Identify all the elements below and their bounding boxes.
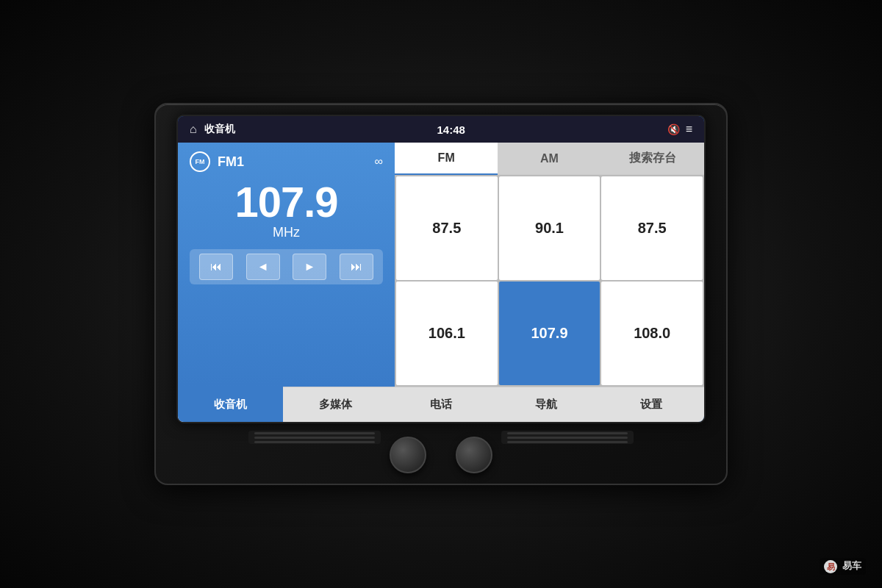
nav-nav[interactable]: 导航 (494, 387, 599, 422)
nav-settings[interactable]: 设置 (599, 387, 704, 422)
repeat-icon[interactable]: ∞ (375, 155, 383, 168)
tab-fm[interactable]: FM (395, 143, 498, 175)
prev-button[interactable]: ◄ (246, 254, 280, 280)
status-title: 收音机 (204, 123, 235, 136)
channel-label: FM1 (218, 154, 244, 170)
watermark-text: 易车 (842, 560, 861, 571)
preset-1[interactable]: 87.5 (396, 176, 498, 280)
fm-header: FM FM1 ∞ (190, 151, 383, 172)
watermark: 易 易车 (820, 558, 866, 575)
fm-badge-icon: FM (190, 151, 210, 172)
below-screen (176, 431, 706, 473)
menu-icon[interactable]: ≡ (686, 123, 692, 136)
clock-display: 14:48 (437, 123, 465, 136)
main-screen: ⌂ 收音机 14:48 🔇 ≡ FM (178, 116, 704, 422)
frequency-display: 107.9 MHz (190, 178, 383, 243)
band-tabs: FM AM 搜索存台 (395, 143, 704, 175)
left-panel: FM FM1 ∞ 107.9 MHz ⏮ ◄ ► (178, 143, 395, 387)
vent-right (501, 431, 634, 444)
next-track-button[interactable]: ⏭ (340, 254, 373, 280)
preset-2[interactable]: 90.1 (499, 176, 600, 280)
status-left: ⌂ 收音机 (190, 123, 235, 136)
mute-icon[interactable]: 🔇 (667, 123, 680, 135)
nav-phone[interactable]: 电话 (388, 387, 493, 422)
frequency-unit: MHz (190, 225, 383, 240)
status-bar: ⌂ 收音机 14:48 🔇 ≡ (178, 116, 704, 143)
preset-6[interactable]: 108.0 (601, 282, 703, 385)
bottom-nav: 收音机 多媒体 电话 导航 设置 (178, 387, 704, 422)
vent-left (248, 431, 381, 444)
playback-controls: ⏮ ◄ ► ⏭ (190, 249, 383, 284)
right-knob[interactable] (456, 437, 492, 473)
prev-track-button[interactable]: ⏮ (199, 254, 233, 280)
car-surround: ⌂ 收音机 14:48 🔇 ≡ FM (0, 0, 882, 588)
presets-grid: 87.5 90.1 87.5 106.1 107.9 108.0 (395, 175, 704, 387)
screen-outer: ⌂ 收音机 14:48 🔇 ≡ FM (176, 115, 706, 423)
main-content: FM FM1 ∞ 107.9 MHz ⏮ ◄ ► (178, 143, 704, 387)
nav-radio[interactable]: 收音机 (178, 387, 283, 422)
frequency-number: 107.9 (190, 181, 383, 223)
watermark-circle: 易 (824, 560, 837, 573)
next-button[interactable]: ► (293, 254, 326, 280)
nav-media[interactable]: 多媒体 (283, 387, 388, 422)
preset-3[interactable]: 87.5 (601, 176, 703, 280)
preset-5-active[interactable]: 107.9 (499, 282, 600, 385)
knob-area (390, 437, 492, 473)
home-icon[interactable]: ⌂ (190, 123, 197, 136)
preset-4[interactable]: 106.1 (396, 282, 498, 385)
tab-scan[interactable]: 搜索存台 (601, 143, 704, 175)
status-right: 🔇 ≡ (667, 123, 692, 136)
right-panel: FM AM 搜索存台 87.5 90.1 87.5 106.1 107.9 10… (395, 143, 704, 387)
left-knob[interactable] (390, 437, 426, 473)
head-unit-bezel: ⌂ 收音机 14:48 🔇 ≡ FM (154, 103, 728, 485)
tab-am[interactable]: AM (498, 143, 600, 175)
